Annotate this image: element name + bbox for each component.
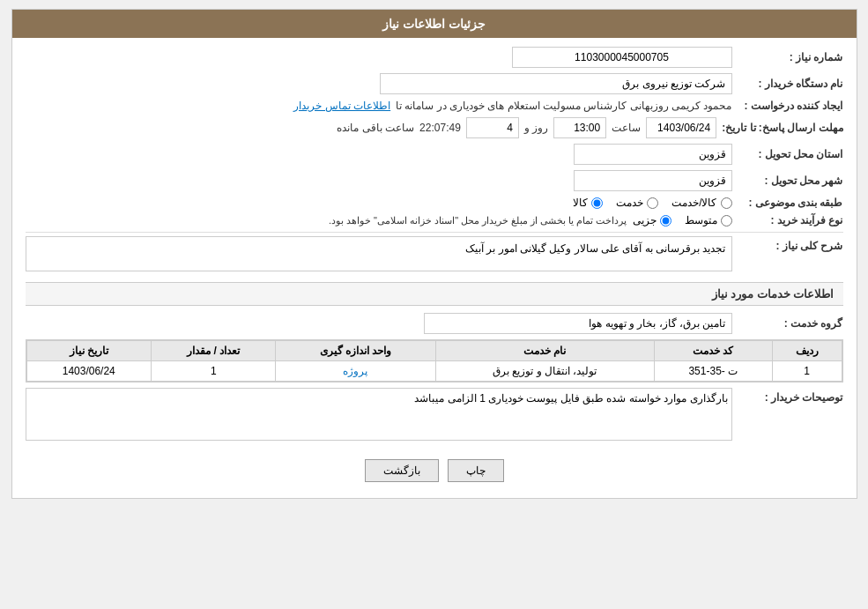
purchase-type-option-motavasset[interactable]: متوسط xyxy=(685,214,732,227)
page-content: شماره نیاز : نام دستگاه خریدار : ایجاد ک… xyxy=(12,38,857,498)
category-option-kala[interactable]: کالا xyxy=(573,197,603,209)
purchase-type-note: پرداخت تمام یا بخشی از مبلغ خریدار محل "… xyxy=(329,215,627,227)
purchase-type-radio-motavasset[interactable] xyxy=(721,215,732,227)
deadline-label: مهلت ارسال پاسخ: تا تاریخ: xyxy=(722,122,842,134)
category-label: طبقه بندی موضوعی : xyxy=(738,197,843,209)
back-button[interactable]: بازگشت xyxy=(365,459,439,482)
category-label-khedmat: خدمت xyxy=(616,197,643,209)
buyer-station-row: نام دستگاه خریدار : xyxy=(26,73,843,94)
deadline-remaining-value: 22:07:49 xyxy=(419,122,461,134)
buttons-row: چاپ بازگشت xyxy=(26,452,843,489)
need-number-row: شماره نیاز : xyxy=(26,47,843,68)
description-value: تجدید برقرسانی به آقای علی سالار وکیل گی… xyxy=(465,242,725,255)
purchase-type-label-motavasset: متوسط xyxy=(685,214,717,227)
buyer-notes-label: توصیحات خریدار : xyxy=(738,388,843,404)
col-code: کد خدمت xyxy=(655,341,773,361)
province-row: استان محل تحویل : xyxy=(26,144,843,165)
cell-row: 1 xyxy=(772,361,842,382)
buyer-station-input[interactable] xyxy=(380,73,732,94)
deadline-days-input[interactable] xyxy=(466,117,519,138)
col-unit: واحد اندازه گیری xyxy=(276,341,435,361)
deadline-time-input[interactable] xyxy=(553,117,606,138)
cell-name: تولید، انتقال و توزیع برق xyxy=(435,361,654,382)
category-radio-group: کالا/خدمت خدمت کالا xyxy=(573,197,731,209)
header-title: جزئیات اطلاعات نیاز xyxy=(382,17,486,31)
category-option-kala-khedmat[interactable]: کالا/خدمت xyxy=(671,197,731,209)
category-option-khedmat[interactable]: خدمت xyxy=(616,197,658,209)
need-number-input[interactable] xyxy=(512,47,732,68)
purchase-type-label-jozii: جزیی xyxy=(633,214,657,227)
cell-qty: 1 xyxy=(152,361,276,382)
print-button[interactable]: چاپ xyxy=(448,459,504,482)
description-row: شرح کلی نیاز : تجدید برقرسانی به آقای عل… xyxy=(26,236,843,275)
requester-value: محمود کریمی روزبهانی کارشناس مسولیت استع… xyxy=(396,100,731,112)
cell-code: ت -35-351 xyxy=(655,361,773,382)
cell-unit: پروژه xyxy=(276,361,435,382)
main-container: جزئیات اطلاعات نیاز شماره نیاز : نام دست… xyxy=(11,9,857,499)
services-table-container: ردیف کد خدمت نام خدمت واحد اندازه گیری ت… xyxy=(26,339,843,382)
buyer-notes-textarea[interactable]: بارگذاری موارد خواسته شده طبق فایل پیوست… xyxy=(26,388,732,441)
description-box: تجدید برقرسانی به آقای علی سالار وکیل گی… xyxy=(26,236,732,271)
service-group-row: گروه خدمت : xyxy=(26,313,843,334)
province-input[interactable] xyxy=(574,144,732,165)
col-row: ردیف xyxy=(772,341,842,361)
col-qty: تعداد / مقدار xyxy=(152,341,276,361)
buyer-station-label: نام دستگاه خریدار : xyxy=(738,78,843,90)
deadline-time-label: ساعت xyxy=(612,122,641,134)
deadline-remaining-label: ساعت باقی مانده xyxy=(337,122,414,134)
col-date: تاریخ نیاز xyxy=(26,341,152,361)
category-row: طبقه بندی موضوعی : کالا/خدمت خدمت کالا xyxy=(26,197,843,209)
requester-link[interactable]: اطلاعات تماس خریدار xyxy=(293,100,390,112)
purchase-type-radio-group: متوسط جزیی xyxy=(633,214,732,227)
category-radio-kala-khedmat[interactable] xyxy=(721,197,732,209)
requester-row: ایجاد کننده درخواست : محمود کریمی روزبها… xyxy=(26,100,843,112)
category-label-kala-khedmat: کالا/خدمت xyxy=(671,197,716,209)
purchase-type-option-jozii[interactable]: جزیی xyxy=(633,214,671,227)
need-number-label: شماره نیاز : xyxy=(738,51,843,63)
province-label: استان محل تحویل : xyxy=(738,148,843,160)
services-table: ردیف کد خدمت نام خدمت واحد اندازه گیری ت… xyxy=(26,340,842,382)
service-group-label: گروه خدمت : xyxy=(738,317,843,330)
requester-label: ایجاد کننده درخواست : xyxy=(738,100,843,112)
purchase-type-label: نوع فرآیند خرید : xyxy=(738,214,843,227)
table-row: 1 ت -35-351 تولید، انتقال و توزیع برق پر… xyxy=(26,361,842,382)
category-radio-kala[interactable] xyxy=(591,197,603,209)
category-radio-khedmat[interactable] xyxy=(647,197,658,209)
purchase-type-row: نوع فرآیند خرید : متوسط جزیی پرداخت تمام… xyxy=(26,214,843,227)
buyer-notes-row: توصیحات خریدار : بارگذاری موارد خواسته ش… xyxy=(26,388,843,443)
purchase-type-radio-jozii[interactable] xyxy=(660,215,671,227)
service-group-input[interactable] xyxy=(424,313,732,334)
cell-date: 1403/06/24 xyxy=(26,361,152,382)
deadline-date-input[interactable] xyxy=(646,117,716,138)
deadline-days-label: روز و xyxy=(524,122,548,134)
city-input[interactable] xyxy=(574,170,732,191)
description-label: شرح کلی نیاز : xyxy=(738,236,843,252)
page-header: جزئیات اطلاعات نیاز xyxy=(12,10,857,38)
city-label: شهر محل تحویل : xyxy=(738,175,843,187)
col-name: نام خدمت xyxy=(435,341,654,361)
category-label-kala: کالا xyxy=(573,197,588,209)
services-section-header: اطلاعات خدمات مورد نیاز xyxy=(26,282,843,306)
deadline-row: مهلت ارسال پاسخ: تا تاریخ: ساعت روز و 22… xyxy=(26,117,843,138)
city-row: شهر محل تحویل : xyxy=(26,170,843,191)
